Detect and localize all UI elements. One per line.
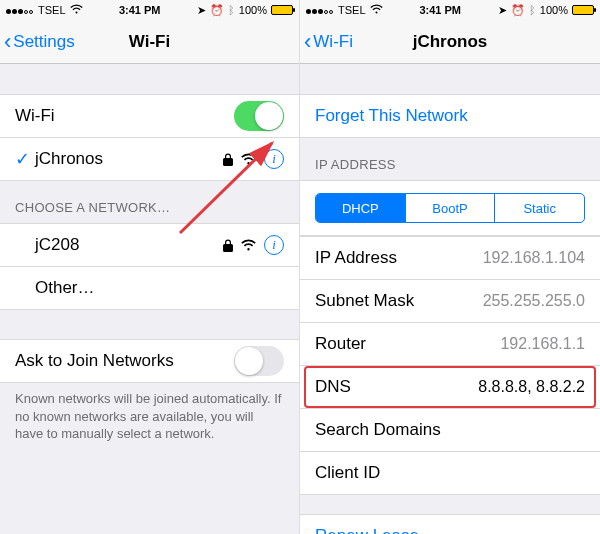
- status-bar: TSEL 3:41 PM ➤ ⏰ ᛒ 100%: [0, 0, 299, 20]
- ask-to-join-row: Ask to Join Networks: [0, 339, 299, 383]
- ip-address-row: IP Address 192.168.1.104: [300, 236, 600, 280]
- seg-bootp[interactable]: BootP: [406, 194, 496, 222]
- search-domains-label: Search Domains: [315, 420, 441, 440]
- connected-network-row[interactable]: ✓ jChronos i: [0, 137, 299, 181]
- signal-dots-icon: [306, 4, 334, 16]
- renew-lease-button[interactable]: Renew Lease: [300, 514, 600, 534]
- location-icon: ➤: [197, 4, 206, 17]
- other-label: Other…: [35, 278, 95, 298]
- dns-value: 8.8.8.8, 8.8.2.2: [478, 378, 585, 396]
- checkmark-icon: ✓: [15, 148, 35, 170]
- lock-icon: [223, 153, 233, 166]
- status-bar: TSEL 3:41 PM ➤ ⏰ ᛒ 100%: [300, 0, 600, 20]
- choose-network-header: CHOOSE A NETWORK…: [0, 180, 299, 223]
- lock-icon: [223, 239, 233, 252]
- subnet-label: Subnet Mask: [315, 291, 414, 311]
- router-row: Router 192.168.1.1: [300, 322, 600, 366]
- wifi-toggle[interactable]: [234, 101, 284, 131]
- wifi-toggle-row: Wi-Fi: [0, 94, 299, 138]
- ask-footer-text: Known networks will be joined automatica…: [0, 382, 299, 451]
- nav-bar: ‹ Wi-Fi jChronos: [300, 20, 600, 64]
- other-network-row[interactable]: Other…: [0, 266, 299, 310]
- wifi-settings-screen: TSEL 3:41 PM ➤ ⏰ ᛒ 100% ‹ Settings Wi-Fi: [0, 0, 300, 534]
- carrier-label: TSEL: [338, 4, 366, 16]
- clock-label: 3:41 PM: [419, 4, 461, 16]
- router-value: 192.168.1.1: [500, 335, 585, 353]
- subnet-value: 255.255.255.0: [483, 292, 585, 310]
- clock-label: 3:41 PM: [119, 4, 161, 16]
- wifi-icon: [241, 239, 256, 251]
- ask-label: Ask to Join Networks: [15, 351, 174, 371]
- ip-mode-segmented[interactable]: DHCP BootP Static: [315, 193, 585, 223]
- nav-bar: ‹ Settings Wi-Fi: [0, 20, 299, 64]
- signal-dots-icon: [6, 4, 34, 16]
- bluetooth-icon: ᛒ: [228, 4, 235, 16]
- carrier-label: TSEL: [38, 4, 66, 16]
- wifi-icon: [241, 153, 256, 165]
- dns-label: DNS: [315, 377, 351, 397]
- ip-value: 192.168.1.104: [483, 249, 585, 267]
- bluetooth-icon: ᛒ: [529, 4, 536, 16]
- battery-pct-label: 100%: [239, 4, 267, 16]
- wifi-status-icon: [370, 4, 383, 16]
- page-title: jChronos: [300, 32, 600, 52]
- search-domains-row[interactable]: Search Domains: [300, 408, 600, 452]
- seg-static[interactable]: Static: [495, 194, 584, 222]
- wifi-label: Wi-Fi: [15, 106, 55, 126]
- alarm-icon: ⏰: [511, 4, 525, 17]
- network-detail-screen: TSEL 3:41 PM ➤ ⏰ ᛒ 100% ‹ Wi-Fi jChronos: [300, 0, 600, 534]
- ip-section-header: IP ADDRESS: [300, 137, 600, 180]
- info-icon[interactable]: i: [264, 149, 284, 169]
- forget-label: Forget This Network: [315, 106, 468, 126]
- connected-network-name: jChronos: [35, 149, 103, 169]
- battery-icon: [271, 5, 293, 15]
- forget-network-button[interactable]: Forget This Network: [300, 94, 600, 138]
- battery-pct-label: 100%: [540, 4, 568, 16]
- wifi-status-icon: [70, 4, 83, 16]
- network-row[interactable]: jC208 i: [0, 223, 299, 267]
- dns-row[interactable]: DNS 8.8.8.8, 8.8.2.2: [300, 365, 600, 409]
- info-icon[interactable]: i: [264, 235, 284, 255]
- battery-icon: [572, 5, 594, 15]
- ip-label: IP Address: [315, 248, 397, 268]
- subnet-row: Subnet Mask 255.255.255.0: [300, 279, 600, 323]
- client-id-row[interactable]: Client ID: [300, 451, 600, 495]
- renew-label: Renew Lease: [315, 526, 419, 534]
- ask-toggle[interactable]: [234, 346, 284, 376]
- alarm-icon: ⏰: [210, 4, 224, 17]
- network-name: jC208: [35, 235, 79, 255]
- seg-dhcp[interactable]: DHCP: [316, 194, 406, 222]
- page-title: Wi-Fi: [0, 32, 299, 52]
- client-id-label: Client ID: [315, 463, 380, 483]
- router-label: Router: [315, 334, 366, 354]
- location-icon: ➤: [498, 4, 507, 17]
